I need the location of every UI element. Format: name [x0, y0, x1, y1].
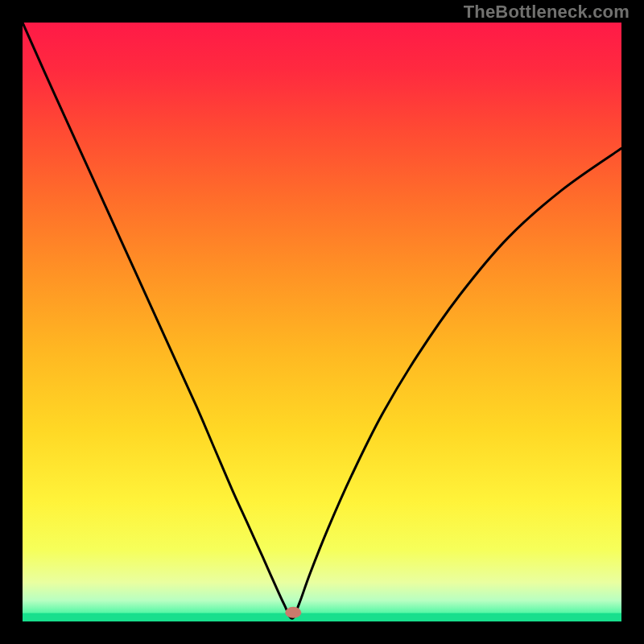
- watermark-text: TheBottleneck.com: [464, 2, 630, 23]
- chart-frame: { "watermark": "TheBottleneck.com", "plo…: [0, 0, 644, 644]
- optimal-marker: [285, 607, 301, 618]
- green-band: [23, 613, 621, 621]
- plot-area: [23, 23, 621, 621]
- plot-svg: [23, 23, 621, 621]
- gradient-background: [23, 23, 621, 621]
